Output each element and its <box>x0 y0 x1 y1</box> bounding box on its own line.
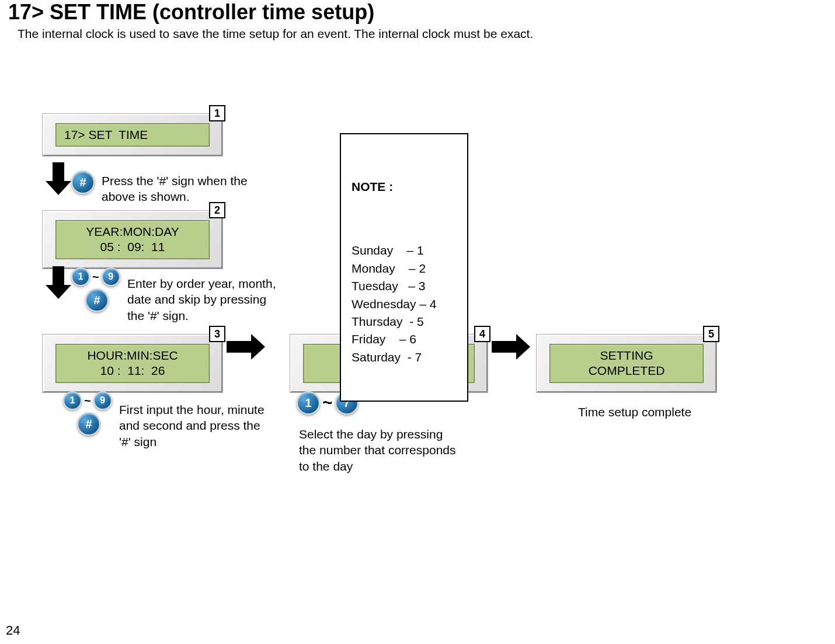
arrow-down-icon <box>53 266 64 287</box>
hash-key-button[interactable]: # <box>85 288 109 312</box>
nine-key-button[interactable]: 9 <box>102 267 120 286</box>
step-number-5: 5 <box>703 326 719 342</box>
note-title: NOTE : <box>352 178 457 196</box>
page-subtitle: The internal clock is used to save the t… <box>18 27 533 41</box>
caption-step-1: Press the '#' sign when the above is sho… <box>102 173 248 205</box>
arrow-right-icon <box>492 341 519 353</box>
lcd-text: SETTING COMPLETED <box>549 344 704 383</box>
lcd-step-3: 3 HOUR:MIN:SEC 10 : 11: 26 <box>42 334 223 393</box>
note-box: NOTE : Sunday – 1 Monday – 2 Tuesday – 3… <box>340 133 468 402</box>
lcd-frame: HOUR:MIN:SEC 10 : 11: 26 <box>42 334 223 393</box>
arrow-down-icon <box>53 162 64 183</box>
lcd-frame: 17> SET TIME <box>42 113 223 156</box>
step-number-3: 3 <box>209 326 225 342</box>
lcd-frame: SETTING COMPLETED <box>536 334 717 393</box>
arrow-right-icon <box>227 341 253 353</box>
lcd-frame: YEAR:MON:DAY 05 : 09: 11 <box>42 210 223 269</box>
caption-step-2: Enter by order year, month, date and ski… <box>127 276 279 323</box>
keypad-1-9-hash: 1 ~ 9 # <box>63 391 112 436</box>
lcd-text: 17> SET TIME <box>55 123 210 147</box>
tilde-icon: ~ <box>92 270 99 284</box>
one-key-button[interactable]: 1 <box>71 267 90 286</box>
nine-key-button[interactable]: 9 <box>93 391 112 410</box>
caption-step-5: Time setup complete <box>578 404 730 420</box>
lcd-text: YEAR:MON:DAY 05 : 09: 11 <box>55 220 210 259</box>
caption-step-3: First input the hour, minute and second … <box>119 402 271 450</box>
step-number-4: 4 <box>474 326 490 342</box>
lcd-step-5: 5 SETTING COMPLETED <box>536 334 717 393</box>
lcd-step-1: 1 17> SET TIME <box>42 113 223 156</box>
page-number: 24 <box>6 623 20 638</box>
step-number-2: 2 <box>209 202 225 218</box>
keypad-1-9-hash: 1 ~ 9 # <box>71 267 120 312</box>
one-key-button[interactable]: 1 <box>297 391 320 415</box>
note-body: Sunday – 1 Monday – 2 Tuesday – 3 Wednes… <box>352 242 457 366</box>
hash-key-button[interactable]: # <box>71 170 95 194</box>
lcd-step-2: 2 YEAR:MON:DAY 05 : 09: 11 <box>42 210 223 269</box>
one-key-button[interactable]: 1 <box>63 391 82 410</box>
hash-key-button[interactable]: # <box>77 412 100 436</box>
lcd-text: HOUR:MIN:SEC 10 : 11: 26 <box>55 344 210 383</box>
step-number-1: 1 <box>209 105 225 121</box>
tilde-icon: ~ <box>322 393 333 413</box>
page-title: 17> SET TIME (controller time setup) <box>8 0 374 25</box>
caption-step-4: Select the day by pressing the number th… <box>299 426 462 474</box>
tilde-icon: ~ <box>84 394 91 408</box>
